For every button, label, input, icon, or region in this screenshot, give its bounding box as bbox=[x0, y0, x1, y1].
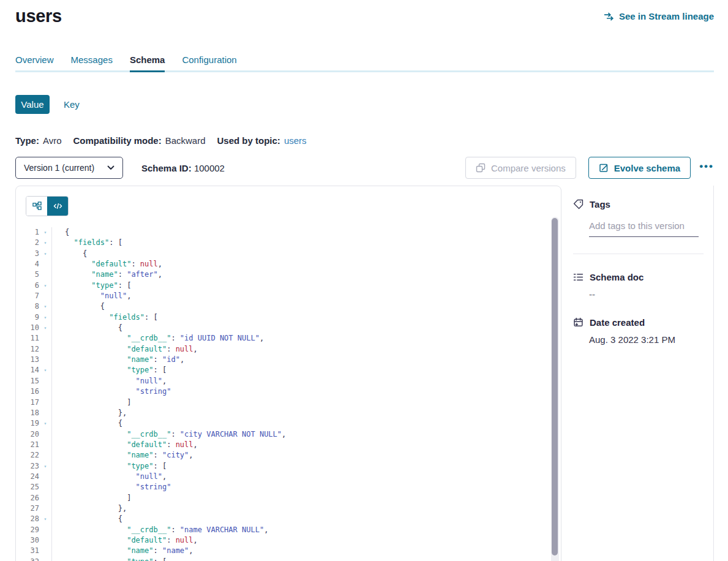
fold-collapse-icon[interactable]: ▾ bbox=[39, 323, 51, 333]
fold-spacer bbox=[39, 333, 51, 344]
schema-content: 1▾{2▾ "fields": [3▾ {4 "default": null,5… bbox=[15, 186, 714, 561]
meta-type-label: Type: bbox=[15, 135, 39, 146]
fold-collapse-icon[interactable]: ▾ bbox=[39, 365, 51, 375]
code-scrollbar-thumb[interactable] bbox=[552, 218, 558, 555]
fold-collapse-icon[interactable]: ▾ bbox=[39, 280, 51, 291]
code-scrollbar-track[interactable] bbox=[551, 217, 559, 561]
line-number: 27 bbox=[16, 503, 39, 514]
code-line: 29 "__crdb__": "name VARCHAR NULL", bbox=[16, 525, 561, 535]
fold-spacer bbox=[39, 472, 51, 482]
fold-collapse-icon[interactable]: ▾ bbox=[39, 557, 51, 561]
fold-spacer bbox=[39, 259, 51, 269]
line-number: 24 bbox=[16, 472, 39, 482]
line-number: 8 bbox=[16, 301, 39, 312]
line-number: 11 bbox=[16, 333, 39, 344]
fold-collapse-icon[interactable]: ▾ bbox=[39, 418, 51, 429]
stream-lineage-link[interactable]: See in Stream lineage bbox=[604, 11, 714, 21]
more-options-button[interactable]: ••• bbox=[699, 161, 714, 175]
code-line: 8▾ { bbox=[16, 301, 561, 312]
compare-versions-icon bbox=[476, 163, 486, 173]
date-created-section: Date created Aug. 3 2022 3:21 PM bbox=[573, 317, 704, 345]
tab-messages[interactable]: Messages bbox=[71, 55, 113, 72]
code-text: { bbox=[51, 227, 561, 238]
code-line: 5 "name": "after", bbox=[16, 269, 561, 280]
code-text: "type": [ bbox=[51, 461, 561, 472]
code-line: 26 ] bbox=[16, 493, 561, 503]
view-mode-toggle bbox=[26, 196, 69, 216]
tags-title: Tags bbox=[590, 199, 610, 209]
code-text: "__crdb__": "id UUID NOT NULL", bbox=[51, 333, 561, 344]
add-tags-input[interactable] bbox=[589, 220, 699, 237]
evolve-schema-button[interactable]: Evolve schema bbox=[588, 157, 691, 179]
tree-icon bbox=[32, 201, 42, 211]
tab-configuration[interactable]: Configuration bbox=[182, 55, 236, 72]
fold-collapse-icon[interactable]: ▾ bbox=[39, 249, 51, 259]
code-text: { bbox=[51, 418, 561, 429]
fold-spacer bbox=[39, 525, 51, 535]
code-text: "name": "id", bbox=[51, 355, 561, 365]
code-line: 32▾ "type": [ bbox=[16, 557, 561, 561]
fold-collapse-icon[interactable]: ▾ bbox=[39, 461, 51, 472]
code-line: 2▾ "fields": [ bbox=[16, 238, 561, 248]
line-number: 6 bbox=[16, 280, 39, 291]
code-line: 10▾ { bbox=[16, 323, 561, 333]
fold-spacer bbox=[39, 493, 51, 503]
fold-collapse-icon[interactable]: ▾ bbox=[39, 301, 51, 312]
calendar-add-icon bbox=[573, 317, 584, 328]
code-text: "fields": [ bbox=[51, 312, 561, 323]
value-toggle-button[interactable]: Value bbox=[15, 95, 50, 114]
code-text: "type": [ bbox=[51, 557, 561, 561]
line-number: 32 bbox=[16, 557, 39, 561]
key-toggle-button[interactable]: Key bbox=[64, 99, 80, 110]
tab-overview[interactable]: Overview bbox=[15, 55, 54, 72]
version-bar: Version 1 (current) Schema ID: 100002 Co… bbox=[15, 157, 714, 179]
line-number: 17 bbox=[16, 397, 39, 408]
schema-id-value: 100002 bbox=[194, 163, 225, 173]
fold-spacer bbox=[39, 429, 51, 440]
code-line: 19▾ { bbox=[16, 418, 561, 429]
list-icon bbox=[573, 272, 584, 282]
tree-view-button[interactable] bbox=[26, 197, 47, 216]
code-line: 23▾ "type": [ bbox=[16, 461, 561, 472]
fold-collapse-icon[interactable]: ▾ bbox=[39, 238, 51, 248]
code-view-button[interactable] bbox=[47, 197, 68, 216]
code-line: 11 "__crdb__": "id UUID NOT NULL", bbox=[16, 333, 561, 344]
page-header: users See in Stream lineage bbox=[15, 0, 714, 26]
code-editor: 1▾{2▾ "fields": [3▾ {4 "default": null,5… bbox=[16, 227, 561, 561]
code-text: "default": null, bbox=[51, 440, 561, 450]
line-number: 25 bbox=[16, 482, 39, 492]
code-text: }, bbox=[51, 408, 561, 418]
code-text: { bbox=[51, 249, 561, 259]
code-text: { bbox=[51, 323, 561, 333]
fold-spacer bbox=[39, 376, 51, 386]
code-text: "null", bbox=[51, 291, 561, 301]
line-number: 22 bbox=[16, 450, 39, 461]
line-number: 10 bbox=[16, 323, 39, 333]
fold-collapse-icon[interactable]: ▾ bbox=[39, 312, 51, 323]
meta-row: Type: Avro Compatibility mode: Backward … bbox=[15, 135, 714, 146]
code-text: "name": "city", bbox=[51, 450, 561, 461]
code-icon bbox=[53, 201, 62, 211]
line-number: 4 bbox=[16, 259, 39, 269]
version-select[interactable]: Version 1 (current) bbox=[15, 157, 123, 179]
schema-id: Schema ID: 100002 bbox=[141, 163, 225, 173]
date-created-value: Aug. 3 2022 3:21 PM bbox=[589, 334, 704, 345]
fold-collapse-icon[interactable]: ▾ bbox=[39, 514, 51, 524]
code-line: 21 "default": null, bbox=[16, 440, 561, 450]
fold-spacer bbox=[39, 344, 51, 355]
page-title: users bbox=[15, 6, 62, 26]
fold-collapse-icon[interactable]: ▾ bbox=[39, 227, 51, 238]
code-line: 3▾ { bbox=[16, 249, 561, 259]
chevron-down-icon bbox=[107, 165, 114, 170]
meta-type: Type: Avro bbox=[15, 135, 61, 146]
line-number: 31 bbox=[16, 546, 39, 556]
tab-schema[interactable]: Schema bbox=[130, 55, 165, 72]
topic-link[interactable]: users bbox=[284, 135, 307, 146]
code-text: "null", bbox=[51, 376, 561, 386]
compare-versions-button[interactable]: Compare versions bbox=[465, 157, 576, 179]
line-number: 16 bbox=[16, 386, 39, 397]
line-number: 21 bbox=[16, 440, 39, 450]
tab-bar: Overview Messages Schema Configuration bbox=[15, 55, 714, 72]
schema-sidebar: Tags Schema doc -- bbox=[570, 186, 714, 561]
meta-compatibility: Compatibility mode: Backward bbox=[73, 135, 205, 146]
